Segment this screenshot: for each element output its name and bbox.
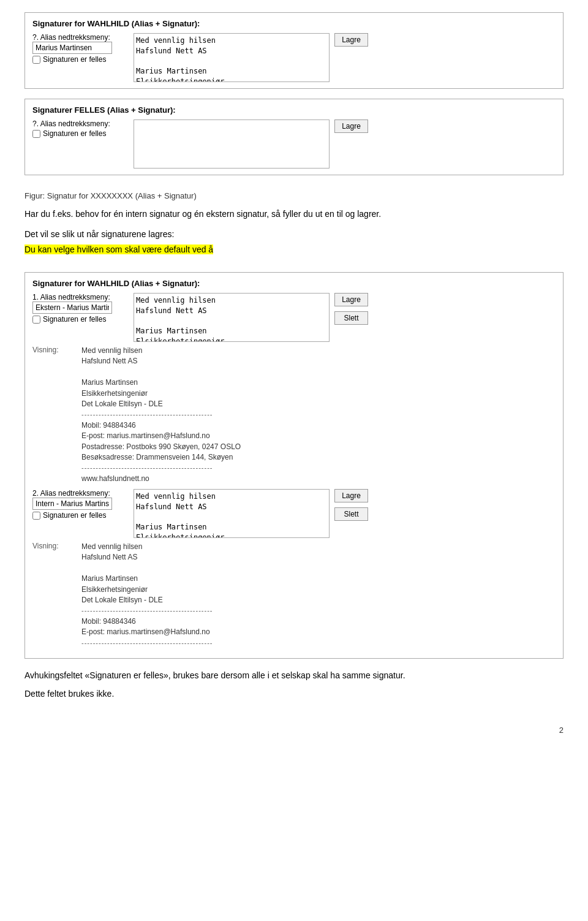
figure-caption: Figur: Signatur for XXXXXXXX (Alias + Si… — [24, 191, 564, 200]
main-alias2-slett-button[interactable]: Slett — [334, 507, 368, 521]
top-alias1-lagre-button[interactable]: Lagre — [334, 33, 368, 47]
felles-alias1-left: ?. Alias nedtrekksmeny: Signaturen er fe… — [32, 119, 127, 138]
footer-note2: Dette feltet brukes ikke. — [24, 687, 564, 700]
main-alias1-left: 1. Alias nedtrekksmeny: Signaturen er fe… — [32, 293, 127, 324]
main-alias2-container: 2. Alias nedtrekksmeny: Signaturen er fe… — [32, 489, 556, 648]
main-alias1-container: 1. Alias nedtrekksmeny: Signaturen er fe… — [32, 293, 556, 484]
main-alias1-input[interactable] — [32, 301, 112, 314]
main-alias1-row: 1. Alias nedtrekksmeny: Signaturen er fe… — [32, 293, 556, 342]
main-alias1-visning-label: Visning: — [32, 346, 75, 484]
main-alias2-lagre-button[interactable]: Lagre — [334, 489, 368, 502]
page-number: 2 — [24, 726, 564, 735]
main-alias2-visning: Visning: Med vennlig hilsen Hafslund Net… — [32, 542, 556, 648]
divider3: ----------------------------------------… — [81, 607, 213, 614]
felles-alias1-buttons: Lagre — [334, 119, 368, 133]
main-signature-box: Signaturer for WAHLHILD (Alias + Signatu… — [24, 272, 564, 659]
main-alias2-row: 2. Alias nedtrekksmeny: Signaturen er fe… — [32, 489, 556, 538]
main-alias2-right: Med vennlig hilsen Hafslund Nett AS Mari… — [134, 489, 368, 538]
top-alias1-input[interactable] — [32, 42, 112, 54]
felles-alias1-textarea[interactable] — [134, 119, 330, 169]
felles-alias1-lagre-button[interactable]: Lagre — [334, 119, 368, 133]
paragraph2: Det vil se slik ut når signaturene lagre… — [24, 228, 564, 241]
felles-alias1-checkbox[interactable] — [32, 130, 40, 138]
top-alias1-textarea[interactable]: Med vennlig hilsen Hafslund Nett AS Mari… — [134, 33, 330, 82]
top-signature-box: Signaturer for WAHLHILD (Alias + Signatu… — [24, 12, 564, 89]
main-alias1-checkbox[interactable] — [32, 316, 40, 324]
main-alias2-checkbox-row: Signaturen er felles — [32, 511, 127, 520]
main-alias1-right: Med vennlig hilsen Hafslund Nett AS Mari… — [134, 293, 368, 342]
main-alias2-visning-label: Visning: — [32, 542, 75, 648]
main-content: Figur: Signatur for XXXXXXXX (Alias + Si… — [24, 185, 564, 265]
main-alias1-label: 1. Alias nedtrekksmeny: — [32, 293, 127, 301]
felles-alias1-right: Lagre — [134, 119, 368, 169]
main-alias1-checkbox-label: Signaturen er felles — [43, 315, 106, 324]
main-alias2-checkbox[interactable] — [32, 512, 40, 520]
main-alias1-visning-content: Med vennlig hilsen Hafslund Nett AS Mari… — [81, 346, 241, 484]
top-alias1-row: ?. Alias nedtrekksmeny: Signaturen er fe… — [32, 33, 556, 82]
felles-signature-box: Signaturer FELLES (Alias + Signatur): ?.… — [24, 99, 564, 175]
top-alias1-checkbox-row: Signaturen er felles — [32, 55, 127, 64]
main-alias1-textarea[interactable]: Med vennlig hilsen Hafslund Nett AS Mari… — [134, 293, 330, 342]
top-alias1-label: ?. Alias nedtrekksmeny: — [32, 33, 127, 42]
main-alias1-checkbox-row: Signaturen er felles — [32, 315, 127, 324]
top-box-title: Signaturer for WAHLHILD (Alias + Signatu… — [32, 19, 556, 28]
main-alias2-label: 2. Alias nedtrekksmeny: — [32, 489, 127, 498]
top-alias1-checkbox-label: Signaturen er felles — [43, 55, 106, 64]
main-alias2-input[interactable] — [32, 498, 112, 510]
main-alias2-left: 2. Alias nedtrekksmeny: Signaturen er fe… — [32, 489, 127, 520]
felles-alias1-row: ?. Alias nedtrekksmeny: Signaturen er fe… — [32, 119, 556, 169]
divider2: ----------------------------------------… — [81, 464, 213, 471]
yellow-highlight-text: Du kan velge hvilken som skal være defau… — [24, 244, 213, 254]
top-alias1-right: Med vennlig hilsen Hafslund Nett AS Mari… — [134, 33, 368, 82]
top-alias1-checkbox[interactable] — [32, 56, 40, 64]
main-box-title: Signaturer for WAHLHILD (Alias + Signatu… — [32, 279, 556, 288]
main-alias1-visning: Visning: Med vennlig hilsen Hafslund Net… — [32, 346, 556, 484]
main-alias2-number: 2. — [32, 489, 39, 498]
top-alias1-buttons: Lagre — [334, 33, 368, 47]
felles-box-title: Signaturer FELLES (Alias + Signatur): — [32, 105, 556, 115]
paragraph1: Har du f.eks. behov for én intern signat… — [24, 208, 564, 221]
main-alias2-textarea[interactable]: Med vennlig hilsen Hafslund Nett AS Mari… — [134, 489, 330, 538]
main-alias1-number: 1. — [32, 293, 39, 301]
main-alias1-buttons: Lagre Slett — [334, 293, 368, 325]
felles-alias1-checkbox-label: Signaturen er felles — [43, 129, 106, 138]
main-alias2-visning-content: Med vennlig hilsen Hafslund Nett AS Mari… — [81, 542, 213, 648]
divider1: ----------------------------------------… — [81, 411, 213, 418]
felles-alias1-checkbox-row: Signaturen er felles — [32, 129, 127, 138]
top-alias1-left: ?. Alias nedtrekksmeny: Signaturen er fe… — [32, 33, 127, 64]
main-alias1-label-text: Alias nedtrekksmeny: — [40, 293, 110, 301]
divider4: ----------------------------------------… — [81, 639, 213, 646]
main-alias1-slett-button[interactable]: Slett — [334, 311, 368, 325]
footer-note1: Avhukingsfeltet «Signaturen er felles», … — [24, 669, 564, 682]
felles-alias1-label: ?. Alias nedtrekksmeny: — [32, 119, 127, 128]
highlight-row: Du kan velge hvilken som skal være defau… — [24, 243, 564, 256]
main-alias2-checkbox-label: Signaturen er felles — [43, 511, 106, 520]
main-alias2-buttons: Lagre Slett — [334, 489, 368, 521]
main-alias2-label-text: Alias nedtrekksmeny: — [40, 489, 110, 498]
main-alias1-lagre-button[interactable]: Lagre — [334, 293, 368, 306]
